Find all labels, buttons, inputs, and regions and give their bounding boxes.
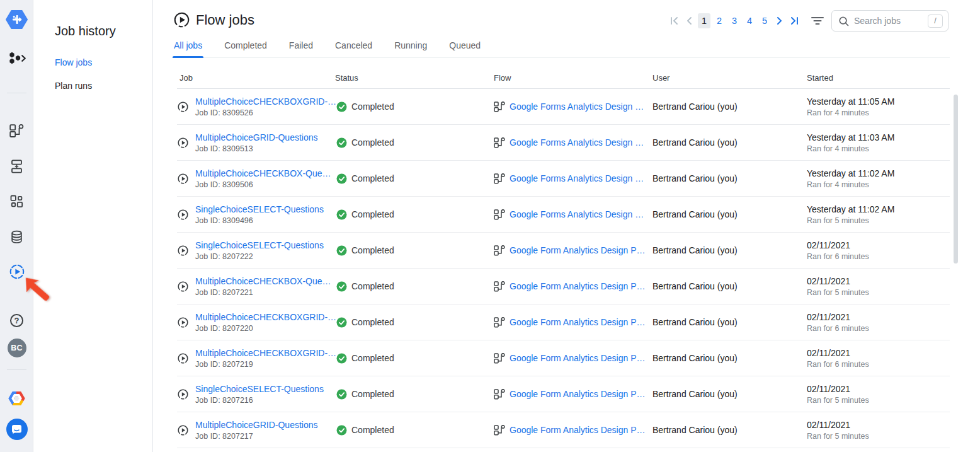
status-label: Completed (351, 101, 394, 112)
user-name: Bertrand Cariou (you) (652, 281, 738, 291)
run-duration: Ran for 6 minutes (807, 252, 869, 261)
filter-icon[interactable] (811, 16, 824, 26)
flow-link[interactable]: Google Form Analytics Design P… (510, 389, 646, 399)
avatar-initials: BC (8, 339, 26, 357)
user-name: Bertrand Cariou (you) (652, 317, 738, 327)
table-row[interactable]: MultipleChoiceCHECKBOX-Que… Job ID: 8207… (177, 269, 950, 304)
completed-check-icon (336, 101, 347, 112)
page-number-3[interactable]: 3 (728, 13, 741, 28)
table-row[interactable]: SingleChoiceSELECT-Questions Job ID: 830… (177, 197, 950, 233)
library-icon[interactable] (0, 195, 33, 208)
job-name-link[interactable]: MultipleChoiceCHECKBOXGRID-… (195, 96, 335, 107)
dataprep-logo-hexagon (6, 9, 28, 30)
table-row[interactable]: MultipleChoiceGRID-Questions Job ID: 820… (177, 412, 950, 448)
flow-icon (494, 425, 505, 436)
workspaces-hexagons-icon[interactable] (0, 51, 33, 65)
flow-link[interactable]: Google Forms Analytics Design … (510, 101, 644, 112)
prev-page-button[interactable] (681, 13, 697, 28)
table-row[interactable]: SingleChoiceSELECT-Questions Job ID: 820… (177, 233, 950, 269)
dataprep-logo-glyph (11, 13, 23, 26)
job-name-link[interactable]: SingleChoiceSELECT-Questions (195, 240, 324, 250)
table-row[interactable]: MultipleChoiceCHECKBOXGRID-… Job ID: 830… (177, 89, 950, 125)
user-name: Bertrand Cariou (you) (652, 245, 738, 255)
run-duration: Ran for 6 minutes (807, 360, 869, 369)
user-name: Bertrand Cariou (you) (652, 389, 738, 399)
column-header-flow: Flow (494, 73, 652, 83)
job-name-link[interactable]: MultipleChoiceGRID-Questions (195, 420, 318, 430)
tab-canceled[interactable]: Canceled (334, 39, 373, 57)
tab-failed[interactable]: Failed (288, 39, 314, 57)
tab-completed[interactable]: Completed (224, 39, 268, 57)
table-row[interactable]: MultipleChoiceCHECKBOXGRID-… Job ID: 820… (177, 340, 950, 376)
started-time: 02/11/2021 (807, 384, 850, 394)
job-id: Job ID: 8207222 (195, 252, 324, 261)
page-number-4[interactable]: 4 (743, 13, 756, 28)
vertical-scrollbar-thumb[interactable] (954, 95, 958, 264)
flow-link[interactable]: Google Form Analytics Design P… (510, 245, 646, 255)
job-id: Job ID: 8207216 (195, 396, 324, 405)
avatar[interactable]: BC (0, 339, 33, 357)
flows-icon[interactable] (0, 124, 33, 137)
column-header-job: Job (177, 73, 335, 83)
chat-support-icon[interactable] (0, 419, 33, 440)
dataprep-logo[interactable] (0, 9, 33, 30)
connections-database-icon[interactable] (0, 230, 33, 244)
next-page-button[interactable] (772, 13, 787, 28)
job-id: Job ID: 8207217 (195, 432, 318, 441)
job-name-link[interactable]: SingleChoiceSELECT-Questions (195, 204, 324, 214)
main-content: Flow jobs 1 2 3 4 5 (153, 0, 980, 452)
search-input[interactable] (854, 16, 928, 26)
run-duration: Ran for 4 minutes (807, 144, 869, 153)
job-name-link[interactable]: MultipleChoiceCHECKBOX-Que… (195, 276, 331, 286)
tab-queued[interactable]: Queued (448, 39, 481, 57)
toolbar: 1 2 3 4 5 / (666, 10, 949, 32)
job-name-link[interactable]: MultipleChoiceCHECKBOXGRID-… (195, 312, 335, 322)
flow-jobs-title-icon (173, 11, 190, 28)
table-row[interactable]: MultipleChoiceCHECKBOX-Que… Job ID: 8309… (177, 161, 950, 197)
completed-check-icon (336, 209, 347, 220)
help-icon[interactable]: ? (0, 314, 33, 327)
job-run-icon (177, 281, 189, 293)
job-name-link[interactable]: MultipleChoiceCHECKBOX-Que… (195, 168, 331, 178)
panel-item-plan-runs[interactable]: Plan runs (55, 81, 152, 91)
search-icon (838, 16, 849, 26)
flow-link[interactable]: Google Form Analytics Design P… (510, 353, 646, 363)
first-page-button[interactable] (666, 13, 681, 28)
plans-icon[interactable] (0, 159, 33, 173)
job-name-link[interactable]: MultipleChoiceGRID-Questions (195, 132, 318, 142)
column-header-started: Started (807, 73, 950, 83)
page-number-5[interactable]: 5 (758, 13, 771, 28)
job-run-icon (177, 209, 189, 221)
google-cloud-icon[interactable] (0, 391, 33, 406)
table-body: MultipleChoiceCHECKBOXGRID-… Job ID: 830… (177, 89, 950, 448)
flow-icon (494, 281, 505, 292)
run-duration: Ran for 6 minutes (807, 324, 869, 333)
panel-item-flow-jobs[interactable]: Flow jobs (55, 57, 152, 67)
page-number-2[interactable]: 2 (713, 13, 726, 28)
completed-check-icon (336, 281, 347, 292)
flow-link[interactable]: Google Forms Analytics Design … (510, 209, 644, 219)
page-number-1[interactable]: 1 (698, 13, 710, 28)
tab-all-jobs[interactable]: All jobs (173, 39, 203, 57)
job-id: Job ID: 8309526 (195, 108, 335, 117)
column-header-user: User (652, 73, 807, 83)
flow-link[interactable]: Google Forms Analytics Design … (510, 137, 644, 148)
tab-running[interactable]: Running (394, 39, 428, 57)
flow-link[interactable]: Google Forms Analytics Design … (510, 173, 644, 183)
rail-divider-bottom (7, 369, 26, 370)
search-box[interactable]: / (831, 10, 949, 32)
table-row[interactable]: SingleChoiceSELECT-Questions Job ID: 820… (177, 376, 950, 412)
table-row[interactable]: MultipleChoiceCHECKBOXGRID-… Job ID: 820… (177, 304, 950, 340)
flow-link[interactable]: Google Form Analytics Design P… (510, 425, 646, 435)
user-name: Bertrand Cariou (you) (652, 173, 738, 183)
completed-check-icon (336, 389, 347, 400)
started-time: 02/11/2021 (807, 312, 850, 322)
flow-link[interactable]: Google Form Analytics Design P… (510, 317, 646, 327)
job-name-link[interactable]: SingleChoiceSELECT-Questions (195, 384, 324, 394)
job-name-link[interactable]: MultipleChoiceCHECKBOXGRID-… (195, 348, 335, 358)
flow-link[interactable]: Google Form Analytics Design P… (510, 281, 646, 291)
user-name: Bertrand Cariou (you) (652, 353, 738, 363)
job-history-icon[interactable] (0, 264, 33, 280)
table-row[interactable]: MultipleChoiceGRID-Questions Job ID: 830… (177, 125, 950, 161)
last-page-button[interactable] (787, 13, 802, 28)
